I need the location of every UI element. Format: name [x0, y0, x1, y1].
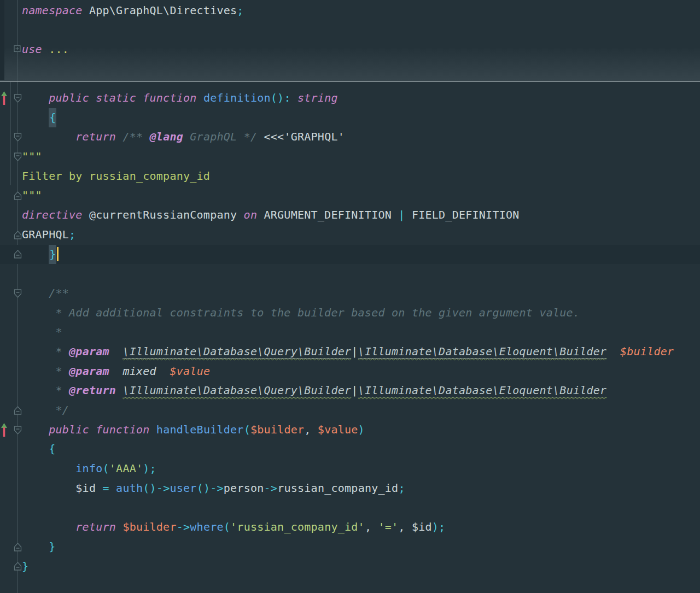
code-token-txt: person — [224, 482, 264, 495]
code-token-tag: @param — [69, 365, 109, 378]
code-line[interactable]: directive @currentRussianCompany on ARGU… — [0, 206, 700, 225]
code-line[interactable]: """ — [0, 147, 700, 167]
code-line[interactable]: use ... — [0, 40, 700, 60]
code-token-cmt: * — [55, 384, 69, 397]
code-token-txt — [116, 130, 122, 143]
code-line[interactable] — [0, 21, 700, 40]
code-token-txt — [42, 43, 49, 56]
fold-expand-icon[interactable] — [14, 250, 22, 259]
code-token-punc: } — [22, 560, 28, 573]
code-line[interactable]: * Add additional constraints to the buil… — [0, 303, 700, 323]
code-token-txt: | — [351, 345, 358, 358]
fold-expand-icon[interactable] — [14, 191, 22, 201]
override-arrow-icon[interactable] — [1, 422, 8, 438]
fold-collapse-icon[interactable] — [14, 425, 22, 435]
code-line[interactable]: public static function definition(): str… — [0, 89, 700, 108]
fold-expand-icon[interactable] — [14, 230, 22, 239]
code-line[interactable]: { — [0, 108, 700, 128]
code-editor[interactable]: namespace App\GraphQL\Directives;use ...… — [0, 0, 700, 593]
code-token-kw: string — [298, 91, 338, 104]
fold-collapse-icon[interactable] — [14, 152, 22, 161]
code-token-punc: -> — [177, 520, 190, 533]
code-token-txt — [197, 91, 203, 104]
code-token-kw: public function — [49, 423, 149, 436]
code-line[interactable]: namespace App\GraphQL\Directives; — [0, 1, 700, 21]
code-token-txt — [109, 345, 123, 358]
code-token-txt: , — [398, 520, 412, 533]
code-token-txt — [22, 442, 49, 455]
code-token-kw: directive — [22, 208, 83, 221]
code-token-punc: -> — [264, 482, 278, 495]
override-arrow-icon[interactable] — [1, 91, 8, 106]
code-line[interactable]: } — [0, 537, 700, 557]
code-line[interactable]: { — [0, 439, 700, 459]
code-token-txt: , — [365, 520, 378, 533]
folded-region-icon[interactable] — [14, 45, 22, 55]
code-token-txt: $id — [412, 520, 432, 533]
code-line[interactable]: */ — [0, 401, 700, 420]
code-token-punc: ) — [358, 423, 365, 436]
code-line[interactable]: GRAPHQL; — [0, 225, 700, 245]
code-line[interactable]: * — [0, 322, 700, 342]
code-token-punc: ; — [237, 4, 243, 17]
code-token-str: 'AAA' — [109, 462, 143, 475]
code-token-punc: ( — [244, 423, 250, 436]
code-token-var: $builder — [122, 520, 176, 533]
text-caret — [57, 247, 59, 261]
code-token-txt — [150, 423, 156, 436]
fold-collapse-icon[interactable] — [14, 289, 22, 298]
code-line[interactable]: Filter by russian_company_id — [0, 167, 700, 186]
code-token-fold: ... — [49, 43, 69, 56]
code-line[interactable]: $id = auth()->user()->person->russian_co… — [0, 479, 700, 498]
code-token-txt — [116, 520, 122, 533]
code-line[interactable]: return $builder->where('russian_company_… — [0, 518, 700, 537]
code-token-kw: on — [244, 208, 258, 221]
code-token-type: \Illuminate\Database\Eloquent\Builder — [358, 345, 607, 359]
code-token-punc: ; — [398, 482, 405, 495]
code-token-punc: ); — [143, 462, 156, 475]
code-token-punc: () — [197, 482, 211, 495]
code-line[interactable]: * @param mixed $value — [0, 362, 700, 381]
code-token-cmt: /** — [122, 130, 149, 143]
code-line[interactable]: return /** @lang GraphQL */ <<<'GRAPHQL' — [0, 127, 700, 147]
code-line[interactable]: """ — [0, 186, 700, 206]
code-token-punc: () — [143, 482, 156, 495]
code-token-fn: auth — [116, 482, 143, 495]
code-token-fn: handleBuilder — [156, 423, 244, 436]
code-token-txt — [606, 345, 620, 358]
code-line[interactable]: info('AAA'); — [0, 459, 700, 479]
code-token-txt — [22, 520, 75, 533]
code-token-txt — [116, 384, 122, 397]
code-line[interactable]: * @param \Illuminate\Database\Query\Buil… — [0, 342, 700, 362]
code-token-cmt: /** — [49, 286, 69, 300]
fold-expand-icon[interactable] — [14, 542, 22, 551]
code-line[interactable]: /** — [0, 284, 700, 303]
fold-expand-icon[interactable] — [14, 562, 22, 571]
code-token-txt — [22, 403, 55, 416]
code-token-punc: } — [49, 540, 55, 553]
fold-collapse-icon[interactable] — [14, 133, 22, 142]
code-line[interactable] — [0, 498, 700, 518]
code-token-kw: return — [75, 520, 116, 533]
code-token-brhl: } — [49, 245, 56, 264]
code-line[interactable]: public function handleBuilder($builder, … — [0, 420, 700, 440]
code-token-punc: (): — [271, 91, 291, 104]
fold-expand-icon[interactable] — [14, 406, 22, 415]
code-area[interactable]: public static function definition(): str… — [0, 81, 700, 593]
code-line-caret[interactable]: } — [0, 245, 700, 265]
code-token-punc: ; — [69, 228, 75, 241]
code-token-txt — [109, 482, 116, 495]
code-line[interactable] — [0, 264, 700, 284]
code-token-punc: { — [49, 442, 55, 455]
fold-collapse-icon[interactable] — [14, 93, 22, 103]
code-token-cmt: * — [55, 325, 62, 338]
code-token-txt: , — [304, 423, 318, 436]
code-token-type: \Illuminate\Database\Query\Builder — [122, 345, 351, 359]
code-token-type: \Illuminate\Database\Query\Builder — [122, 384, 351, 397]
code-line[interactable]: } — [0, 557, 700, 577]
code-token-str: 'russian_company_id' — [230, 520, 365, 533]
code-token-punc: ); — [432, 520, 446, 533]
code-token-kw: use — [22, 43, 42, 56]
code-line[interactable]: * @return \Illuminate\Database\Query\Bui… — [0, 381, 700, 401]
code-token-cmt: */ — [55, 403, 69, 416]
